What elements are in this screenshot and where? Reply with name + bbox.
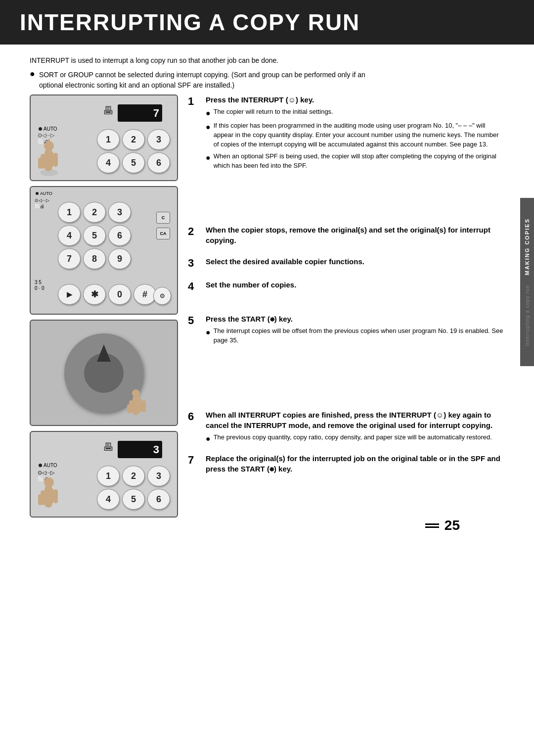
fp-btn-1[interactable]: 1 [58, 202, 81, 223]
svg-rect-3 [48, 151, 53, 167]
d4-btn-2[interactable]: 2 [122, 466, 145, 486]
step-7-content: Replace the original(s) for the interrup… [206, 453, 504, 476]
device-display-4: 3 [118, 441, 162, 458]
auto-text-4: AUTO [44, 463, 57, 468]
page-line-2 [425, 526, 439, 528]
svg-rect-4 [53, 153, 58, 167]
label-00: 0 · 0 [35, 285, 44, 291]
fp-btn-6[interactable]: 6 [108, 225, 131, 246]
hand-illustration-4 [36, 475, 63, 513]
bullet-icon-6: ● [206, 433, 211, 444]
display-value-4: 3 [153, 443, 159, 456]
step-1-bullet-2: ● If this copier has been programmed in … [206, 121, 504, 149]
step-5-content: Press the START (⎈) key. ● The interrupt… [206, 314, 504, 345]
svg-rect-16 [48, 488, 53, 504]
steps-container: 🖶 7 AUTO ⊙◁···▷ ⬜🖨 1 2 3 4 5 [30, 94, 504, 518]
c-button[interactable]: C [156, 212, 170, 224]
step-2-num: 2 [188, 225, 202, 239]
num-btn-6[interactable]: 6 [147, 152, 170, 173]
fp-btn-5[interactable]: 5 [83, 225, 106, 246]
auto-text: AUTO [44, 126, 57, 132]
step-7-title: Replace the original(s) for the interrup… [206, 453, 504, 474]
device-illustration-2: AUTO ⊙◁···▷ ⬜🖨 1 2 3 4 5 6 7 8 9 [30, 186, 178, 315]
sidebar-sub-label: Interrupting a copy run [525, 285, 530, 346]
bullet-icon: ● [30, 69, 35, 79]
svg-rect-12 [127, 404, 131, 413]
step-4-title: Set the number of copies. [206, 280, 504, 290]
page-num-lines [425, 523, 439, 528]
copy-icon-4: 🖶 [103, 441, 114, 454]
dial-inner [84, 353, 124, 393]
side-buttons: C CA [156, 212, 170, 239]
bullet-icon-2: ● [206, 121, 211, 133]
display-value-1: 7 [153, 107, 159, 120]
d4-btn-4[interactable]: 4 [97, 489, 120, 510]
auto-label: AUTO [39, 126, 57, 132]
numpad-short-grid: 1 2 3 4 5 6 [97, 129, 170, 173]
auto-label-2: AUTO [36, 191, 52, 196]
step-3-content: Select the desired available copier func… [206, 256, 504, 269]
device-illustration-4: 🖶 3 AUTO ⊙◁···▷ ⬜🖨 1 2 3 4 5 6 [30, 431, 178, 518]
svg-rect-5 [38, 158, 42, 169]
fp-btn-8[interactable]: 8 [83, 248, 106, 269]
fp-btn-3[interactable]: 3 [108, 202, 131, 223]
page-line-1 [425, 523, 439, 525]
step-1-content: Press the INTERRUPT (☺) key. ● The copie… [206, 94, 504, 170]
fp-btn-2[interactable]: 2 [83, 202, 106, 223]
step-2-content: When the copier stops, remove the origin… [206, 225, 504, 247]
bullet-icon-1: ● [206, 107, 211, 119]
fp-btn-7[interactable]: 7 [58, 248, 81, 269]
auto-dot-4 [39, 464, 42, 467]
fp-btn-asterisk[interactable]: ✱ [83, 284, 106, 305]
device-illustration-3 [30, 320, 178, 426]
intro-bullet: ● SORT or GROUP cannot be selected durin… [30, 70, 376, 91]
numpad-full-grid: 1 2 3 4 5 6 7 8 9 [58, 202, 131, 292]
step-3-num: 3 [188, 257, 202, 271]
svg-point-13 [132, 389, 140, 397]
step-3-title: Select the desired available copier func… [206, 256, 504, 267]
fp-btn-9[interactable]: 9 [108, 248, 131, 269]
numpad-bottom-row: ▶ ✱ 0 # [58, 284, 156, 305]
num-btn-3[interactable]: 3 [147, 129, 170, 150]
svg-rect-10 [137, 398, 142, 412]
hand-illustration-1 [36, 139, 63, 176]
svg-rect-18 [38, 494, 42, 505]
step-1-num: 1 [188, 95, 202, 109]
arrow-indicators: ⊙◁···▷ [38, 132, 54, 139]
hand-illustration-3 [125, 389, 150, 419]
step-2-block: 2 When the copier stops, remove the orig… [188, 225, 504, 247]
step-6-num: 6 [188, 410, 202, 424]
device-display-1: 7 [118, 104, 162, 122]
d4-btn-1[interactable]: 1 [97, 466, 120, 486]
num-btn-1[interactable]: 1 [97, 129, 120, 150]
intro-text: INTERRUPT is used to interrupt a long co… [30, 55, 376, 66]
page-title: INTERRUPTING A COPY RUN [20, 9, 514, 36]
d4-btn-3[interactable]: 3 [147, 466, 170, 486]
num-btn-4[interactable]: 4 [97, 152, 120, 173]
arrow-2: ⊙◁···▷ [35, 198, 49, 203]
step-6-block: 6 When all INTERRUPT copies are finished… [188, 410, 504, 444]
icon-2: ⬜🖨 [35, 204, 44, 209]
num-btn-2[interactable]: 2 [122, 129, 145, 150]
step-4-content: Set the number of copies. [206, 280, 504, 292]
instructions-column: 1 Press the INTERRUPT (☺) key. ● The cop… [188, 94, 504, 518]
svg-rect-17 [53, 489, 58, 503]
svg-point-6 [44, 141, 54, 151]
fp-btn-star[interactable]: ▶ [58, 284, 81, 305]
auto-label-4: AUTO [39, 463, 57, 468]
d4-btn-6[interactable]: 6 [147, 489, 170, 510]
step-4-block: 4 Set the number of copies. [188, 280, 504, 294]
step-6-bullet-1: ● The previous copy quantity, copy ratio… [206, 433, 504, 444]
dial-arrow [97, 344, 111, 362]
step-5-bullet-1: ● The interrupt copies will be offset fr… [206, 327, 504, 345]
step-4-num: 4 [188, 280, 202, 294]
sidebar-main-label: MAKING COPIES [524, 218, 530, 275]
d4-btn-5[interactable]: 5 [122, 489, 145, 510]
num-btn-5[interactable]: 5 [122, 152, 145, 173]
fp-btn-0[interactable]: 0 [108, 284, 131, 305]
fp-btn-4[interactable]: 4 [58, 225, 81, 246]
auto-dot [39, 127, 42, 131]
ca-button[interactable]: CA [156, 228, 170, 239]
bullet-icon-3: ● [206, 152, 211, 163]
step-1-title: Press the INTERRUPT (☺) key. [206, 94, 504, 105]
